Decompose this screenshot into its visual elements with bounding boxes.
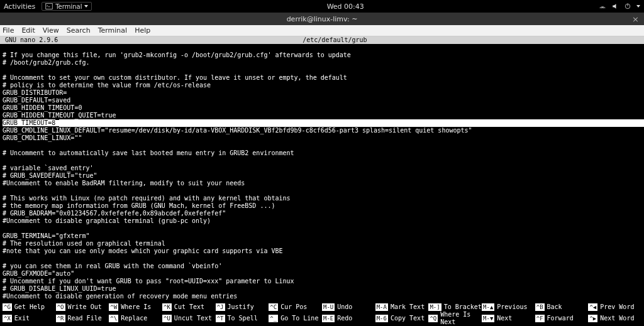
shortcut-where-is-next: ^QWhere Is Next <box>428 311 482 326</box>
system-tray[interactable] <box>599 3 640 10</box>
shortcut-to-spell: ^TTo Spell <box>216 311 269 326</box>
shortcut-label: Where Is <box>121 303 151 311</box>
menu-help[interactable]: Help <box>135 26 150 35</box>
shortcut-write-out: ^OWrite Out <box>56 303 109 311</box>
buffer-line: GRUB_GFXMODE="auto" <box>3 270 641 278</box>
shortcut-key: ^C <box>269 303 278 311</box>
activities-button[interactable]: Activities <box>4 3 35 11</box>
buffer-line: # Uncomment to automatically save last b… <box>3 149 641 157</box>
shortcut-label: Exit <box>14 315 30 322</box>
shortcut-copy-text: M-6Copy Text <box>375 311 429 326</box>
close-button[interactable]: × <box>632 14 639 24</box>
shortcut-forward: ^FForward <box>535 311 589 326</box>
svg-rect-0 <box>46 4 53 9</box>
nano-buffer[interactable]: # If you change this file, run 'grub2-mk… <box>0 44 644 326</box>
shortcut-label: Undo <box>337 303 352 311</box>
menu-search[interactable]: Search <box>67 26 91 35</box>
shortcut-label: Uncut Text <box>174 315 212 322</box>
buffer-line: GRUB_DEFAULT=saved <box>3 97 641 104</box>
shortcut-key: M-U <box>322 303 335 311</box>
shortcut-back: ^BBack <box>535 303 589 311</box>
buffer-line: # you can see them in real GRUB with the… <box>3 263 641 270</box>
shortcut-get-help: ^GGet Help <box>3 303 56 311</box>
gnome-topbar: Activities Terminal Wed 00:43 <box>0 0 644 13</box>
shortcut-key: M-] <box>428 303 441 311</box>
power-icon <box>624 3 631 10</box>
shortcut-key: ^U <box>162 315 172 322</box>
shortcut-key: ^Q <box>428 315 438 322</box>
menu-file[interactable]: File <box>3 26 14 35</box>
chevron-down-icon <box>636 5 640 8</box>
shortcut-key: ^_ <box>269 315 278 322</box>
shortcut-label: Where Is Next <box>440 311 482 326</box>
shortcut-label: Write Out <box>68 303 102 311</box>
buffer-line: GRUB_TERMINAL="gfxterm" <box>3 232 641 240</box>
shortcut-read-file: ^RRead File <box>56 311 109 326</box>
menu-edit[interactable]: Edit <box>21 26 35 35</box>
shortcut-label: Next <box>497 315 512 322</box>
cursor-line: GRUB_TIMEOUT=8 <box>3 119 641 127</box>
buffer-line: #Uncomment to disable graphical terminal… <box>3 217 641 225</box>
buffer-line <box>3 157 641 165</box>
buffer-line <box>3 44 641 52</box>
shortcut-key: M-▲ <box>482 303 494 311</box>
buffer-line: # policy is to determine the value from … <box>3 82 641 89</box>
buffer-line: GRUB_HIDDEN_TIMEOUT_QUIET=true <box>3 112 641 119</box>
buffer-line: # This works with Linux (no patch requir… <box>3 195 641 202</box>
buffer-line <box>3 187 641 195</box>
shortcut-key: M-E <box>322 315 335 322</box>
shortcut-key: ^J <box>216 303 225 311</box>
shortcut-key: ^R <box>56 315 65 322</box>
buffer-line: GRUB_HIDDEN_TIMEOUT=0 <box>3 104 641 112</box>
shortcut-key: M-A <box>375 303 388 311</box>
shortcut-label: Redo <box>337 315 352 322</box>
shortcut-cur-pos: ^CCur Pos <box>269 303 322 311</box>
app-menu[interactable]: Terminal <box>42 2 92 11</box>
shortcut-key: ^▶ <box>588 315 597 322</box>
shortcut-previous: M-▲Previous <box>482 303 535 311</box>
shortcut-label: Prev Word <box>600 303 634 311</box>
shortcut-label: Cut Text <box>174 303 204 311</box>
shortcut-exit: ^XExit <box>3 311 56 326</box>
shortcut-label: Mark Text <box>391 303 425 311</box>
buffer-line <box>3 255 641 263</box>
app-name: Terminal <box>55 3 82 10</box>
buffer-line: #note that you can use only modes which … <box>3 247 641 255</box>
buffer-line: # GRUB_DISABLE_LINUX_UUID=true <box>3 285 641 293</box>
shortcut-key: ^X <box>3 315 12 322</box>
nano-version: GNU nano 2.9.6 <box>0 36 303 44</box>
terminal-menubar: FileEditViewSearchTerminalHelp <box>0 25 644 36</box>
shortcut-key: ^K <box>162 303 172 311</box>
menu-view[interactable]: View <box>43 26 59 35</box>
shortcut-key: ^W <box>109 303 118 311</box>
window-titlebar[interactable]: derrik@linux-limv: ~ × <box>0 13 644 25</box>
shortcut-uncut-text: ^UUncut Text <box>162 311 216 326</box>
shortcut-label: Forward <box>547 315 574 322</box>
clock[interactable]: Wed 00:43 <box>92 3 599 11</box>
shortcut-label: Read File <box>68 315 102 322</box>
nano-shortcut-bar: ^GGet Help^OWrite Out^WWhere Is^KCut Tex… <box>0 303 644 326</box>
shortcut-label: Replace <box>121 315 147 322</box>
buffer-line: # variable `saved_entry' <box>3 165 641 172</box>
buffer-line: # GRUB_BADRAM="0x01234567,0xfefefefe,0x8… <box>3 210 641 217</box>
shortcut-key: ^◀ <box>588 303 597 311</box>
buffer-line: # Uncomment to set your own custom distr… <box>3 74 641 82</box>
shortcut-to-bracket: M-]To Bracket <box>428 303 482 311</box>
shortcut-where-is: ^WWhere Is <box>109 303 162 311</box>
nano-editor[interactable]: GNU nano 2.9.6 /etc/default/grub # If yo… <box>0 36 644 326</box>
buffer-line: # Uncomment if you don't want GRUB to pa… <box>3 278 641 285</box>
shortcut-key: ^F <box>535 315 545 322</box>
shortcut-label: Cur Pos <box>280 303 307 311</box>
shortcut-mark-text: M-AMark Text <box>375 303 429 311</box>
volume-icon <box>611 3 619 10</box>
shortcut-label: Get Help <box>14 303 45 311</box>
shortcut-label: Copy Text <box>391 315 425 322</box>
buffer-line: # If you change this file, run 'grub2-mk… <box>3 52 641 59</box>
shortcut-label: To Bracket <box>444 303 482 311</box>
shortcut-key: M-▼ <box>482 315 494 322</box>
shortcut-label: Previous <box>497 303 527 311</box>
shortcut-redo: M-ERedo <box>322 311 375 326</box>
shortcut-label: Justify <box>228 303 254 311</box>
menu-terminal[interactable]: Terminal <box>98 26 128 35</box>
buffer-line: GRUB_CMDLINE_LINUX_DEFAULT="resume=/dev/… <box>3 127 641 134</box>
